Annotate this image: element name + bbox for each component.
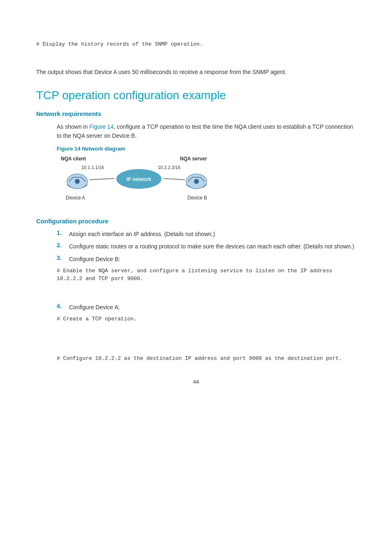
svg-line-17 — [164, 178, 185, 180]
display-history-code: # Display the history records of the SNM… — [36, 41, 356, 47]
figure-caption: Figure 14 Network diagram — [57, 146, 356, 152]
device-b-label: Device B — [187, 195, 207, 201]
configuration-procedure-heading: Configuration procedure — [36, 218, 356, 225]
output-text: The output shows that Device A uses 50 m… — [36, 68, 356, 76]
step-1-row: 1. Assign each interface an IP address. … — [57, 229, 356, 239]
network-requirements-heading: Network requirements — [36, 110, 356, 117]
section-title: TCP operation configuration example — [36, 89, 356, 102]
network-requirements-body: As shown in Figure 14, configure a TCP o… — [57, 122, 356, 141]
step-3-number: 3. — [57, 255, 69, 264]
page: # Display the history records of the SNM… — [0, 0, 392, 533]
network-diagram: NQA client NQA server 10.1.1.1/16 10.2.2… — [57, 156, 229, 209]
step-4-sub-code2: # Configure 10.2.2.2 as the destination … — [57, 355, 356, 363]
step-3-row: 3. Configure Device B: — [57, 255, 356, 264]
step-4-text: Configure Device A: — [69, 303, 356, 312]
device-a-label: Device A — [66, 195, 85, 201]
step-3-text: Configure Device B: — [69, 255, 356, 264]
svg-line-16 — [90, 178, 114, 180]
step-2-text: Configure static routes or a routing pro… — [69, 242, 356, 251]
step-4-row: 4. Configure Device A: — [57, 303, 356, 312]
step-1-text: Assign each interface an IP address. (De… — [69, 229, 356, 239]
step-3-code: # Enable the NQA server, and configure a… — [57, 267, 356, 283]
page-number: 44 — [36, 379, 356, 385]
step-2-row: 2. Configure static routes or a routing … — [57, 242, 356, 251]
connection-lines — [57, 156, 229, 209]
step-4-number: 4. — [57, 303, 69, 312]
step-1-number: 1. — [57, 229, 69, 239]
step-4-sub-code1: # Create a TCP operation. — [57, 315, 356, 323]
figure-14-link[interactable]: Figure 14 — [89, 123, 113, 130]
step-2-number: 2. — [57, 242, 69, 251]
